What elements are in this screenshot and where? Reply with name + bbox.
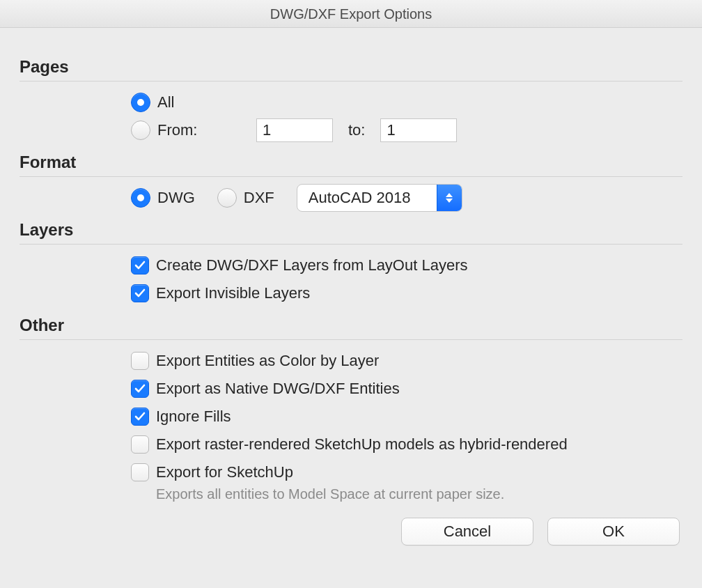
other-colorbylayer-label: Export Entities as Color by Layer bbox=[156, 352, 379, 370]
format-version-select[interactable]: AutoCAD 2018 bbox=[297, 184, 462, 212]
dialog-content: Pages All From: to: Format DWG DXF AutoC… bbox=[0, 28, 702, 562]
section-layers-title: Layers bbox=[20, 212, 682, 245]
format-dwg-radio[interactable] bbox=[131, 188, 150, 208]
layers-create-checkbox[interactable] bbox=[131, 256, 149, 274]
other-native-label: Export as Native DWG/DXF Entities bbox=[156, 380, 400, 398]
window-title: DWG/DXF Export Options bbox=[0, 0, 702, 28]
section-pages-title: Pages bbox=[20, 49, 682, 82]
other-colorbylayer-checkbox[interactable] bbox=[131, 352, 149, 370]
pages-all-radio[interactable] bbox=[131, 93, 150, 112]
layers-invisible-label: Export Invisible Layers bbox=[156, 284, 310, 302]
other-exportsketchup-checkbox[interactable] bbox=[131, 463, 149, 481]
section-format-title: Format bbox=[20, 144, 682, 177]
other-rasterhybrid-checkbox[interactable] bbox=[131, 435, 149, 454]
pages-from-input[interactable] bbox=[256, 118, 333, 142]
select-stepper-icon bbox=[437, 185, 462, 211]
other-exportsketchup-label: Export for SketchUp bbox=[156, 463, 293, 481]
ok-button[interactable]: OK bbox=[547, 518, 680, 546]
other-ignorefills-label: Ignore Fills bbox=[156, 408, 231, 426]
section-other-title: Other bbox=[20, 307, 682, 340]
other-ignorefills-checkbox[interactable] bbox=[131, 408, 149, 426]
format-dwg-label: DWG bbox=[157, 189, 195, 207]
format-dxf-label: DXF bbox=[244, 189, 274, 207]
other-native-checkbox[interactable] bbox=[131, 380, 149, 398]
other-rasterhybrid-label: Export raster-rendered SketchUp models a… bbox=[156, 435, 568, 454]
pages-to-input[interactable] bbox=[380, 118, 457, 142]
pages-from-radio[interactable] bbox=[131, 121, 150, 140]
layers-create-label: Create DWG/DXF Layers from LayOut Layers bbox=[156, 256, 467, 274]
layers-invisible-checkbox[interactable] bbox=[131, 284, 149, 302]
format-version-value: AutoCAD 2018 bbox=[297, 189, 437, 207]
pages-from-label: From: bbox=[157, 121, 234, 139]
pages-to-label: to: bbox=[340, 121, 373, 139]
pages-all-label: All bbox=[157, 93, 174, 111]
format-dxf-radio[interactable] bbox=[217, 188, 237, 208]
other-exportsketchup-hint: Exports all entities to Model Space at c… bbox=[131, 486, 682, 502]
cancel-button[interactable]: Cancel bbox=[401, 518, 533, 546]
